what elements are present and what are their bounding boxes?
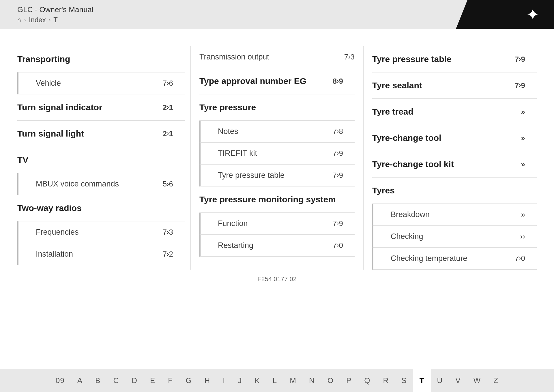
alphabet-bar[interactable]: 09 A B C D E F G H I J K L M N O P Q R S… <box>0 369 554 392</box>
section-transporting: Transporting <box>17 46 185 72</box>
section-tyre-pressure-table-label: Tyre pressure table <box>372 54 452 64</box>
section-tyre-pressure-label: Tyre pressure <box>199 102 256 112</box>
list-item[interactable]: Restarting 7›0 <box>199 235 355 257</box>
item-installation-label: Installation <box>36 250 73 259</box>
section-turn-signal-light: Turn signal light 2›1 <box>17 121 185 147</box>
breadcrumb-letter[interactable]: T <box>53 16 58 24</box>
item-transmission-label: Transmission output <box>199 53 269 61</box>
item-tyre-pressure-table-page: 7›9 <box>333 171 343 180</box>
alpha-G[interactable]: G <box>179 369 198 392</box>
alpha-P[interactable]: P <box>340 369 358 392</box>
section-type-approval-page: 8›9 <box>333 77 343 86</box>
section-tpms: Tyre pressure monitoring system <box>199 186 355 213</box>
section-tyre-pressure-table: Tyre pressure table 7›9 <box>372 46 537 72</box>
list-item[interactable]: Transmission output 7›3 <box>199 46 355 68</box>
mercedes-logo: ✦ <box>526 5 540 24</box>
item-installation-page: 7›2 <box>163 250 173 259</box>
list-item[interactable]: Function 7›9 <box>199 213 355 235</box>
list-item[interactable]: Notes 7›8 <box>199 121 355 143</box>
list-item[interactable]: Tyre pressure table 7›9 <box>199 165 355 186</box>
item-restarting-page: 7›0 <box>333 241 343 250</box>
item-transmission-page: 7›3 <box>344 53 355 61</box>
alpha-V[interactable]: V <box>449 369 467 392</box>
item-notes-label: Notes <box>218 127 238 136</box>
list-item[interactable]: MBUX voice commands 5›6 <box>17 173 185 195</box>
alpha-R[interactable]: R <box>377 369 395 392</box>
doc-footer: F254 0177 02 <box>17 270 537 312</box>
section-tyre-pressure: Tyre pressure <box>199 94 355 121</box>
alpha-Z[interactable]: Z <box>487 369 505 392</box>
alpha-C[interactable]: C <box>107 369 125 392</box>
alpha-M[interactable]: M <box>283 369 303 392</box>
item-checking-temperature-page: 7›0 <box>515 254 525 263</box>
item-mbux-label: MBUX voice commands <box>36 180 119 188</box>
section-tyre-sealant-label: Tyre sealant <box>372 81 422 90</box>
item-tirefit-page: 7›9 <box>333 149 343 158</box>
alpha-D[interactable]: D <box>125 369 144 392</box>
alpha-E[interactable]: E <box>144 369 162 392</box>
section-turn-signal-light-page: 2›1 <box>163 129 173 138</box>
list-item[interactable]: Installation 7›2 <box>17 243 185 265</box>
alpha-F[interactable]: F <box>162 369 179 392</box>
section-turn-signal-light-label: Turn signal light <box>17 129 84 139</box>
item-checking-page: › <box>520 232 525 241</box>
alpha-T[interactable]: T <box>413 369 431 392</box>
item-restarting-label: Restarting <box>218 241 253 250</box>
header: GLC - Owner's Manual ⌂ › Index › T ✦ <box>0 0 554 29</box>
list-item[interactable]: Vehicle 7›6 <box>17 72 185 94</box>
page-title: GLC - Owner's Manual <box>17 5 93 14</box>
item-function-label: Function <box>218 219 248 228</box>
list-item[interactable]: Breakdown <box>372 204 537 226</box>
section-tyre-change-tool-kit-page <box>521 160 525 169</box>
index-columns: Transporting Vehicle 7›6 Turn signal ind… <box>17 46 537 270</box>
section-tyre-sealant: Tyre sealant 7›9 <box>372 72 537 99</box>
section-type-approval: Type approval number EG 8›9 <box>199 68 355 94</box>
home-icon[interactable]: ⌂ <box>17 16 21 24</box>
column-1: Transporting Vehicle 7›6 Turn signal ind… <box>17 46 190 270</box>
item-vehicle-label: Vehicle <box>36 79 61 88</box>
alpha-K[interactable]: K <box>248 369 266 392</box>
item-frequencies-label: Frequencies <box>36 228 79 237</box>
item-breakdown-page <box>521 210 525 219</box>
alpha-U[interactable]: U <box>431 369 449 392</box>
list-item[interactable]: Checking temperature 7›0 <box>372 248 537 270</box>
breadcrumb: ⌂ › Index › T <box>17 16 93 24</box>
section-tyre-change-tool-kit-label: Tyre-change tool kit <box>372 159 454 169</box>
item-tirefit-label: TIREFIT kit <box>218 149 257 158</box>
alpha-B[interactable]: B <box>89 369 107 392</box>
list-item[interactable]: Checking › <box>372 226 537 248</box>
item-tyre-pressure-table-label: Tyre pressure table <box>218 171 285 180</box>
alpha-H[interactable]: H <box>198 369 216 392</box>
list-item[interactable]: Frequencies 7›3 <box>17 221 185 243</box>
item-breakdown-label: Breakdown <box>391 210 430 219</box>
alpha-O[interactable]: O <box>321 369 340 392</box>
alpha-A[interactable]: A <box>71 369 89 392</box>
section-tyre-change-tool-label: Tyre-change tool <box>372 133 441 143</box>
item-checking-label: Checking <box>391 232 423 241</box>
section-transporting-label: Transporting <box>17 54 70 64</box>
alpha-S[interactable]: S <box>395 369 413 392</box>
alpha-Q[interactable]: Q <box>358 369 377 392</box>
section-tyre-change-tool-page <box>521 134 525 143</box>
alpha-L[interactable]: L <box>266 369 283 392</box>
section-two-way-radios: Two-way radios <box>17 195 185 221</box>
alpha-09[interactable]: 09 <box>49 369 71 392</box>
breadcrumb-index[interactable]: Index <box>29 16 46 24</box>
column-3: Tyre pressure table 7›9 Tyre sealant 7›9… <box>364 46 537 270</box>
alpha-I[interactable]: I <box>216 369 231 392</box>
alpha-J[interactable]: J <box>232 369 248 392</box>
section-two-way-radios-label: Two-way radios <box>17 203 82 213</box>
section-tyre-change-tool: Tyre-change tool <box>372 125 537 151</box>
doc-number: F254 0177 02 <box>257 275 297 283</box>
column-2: Transmission output 7›3 Type approval nu… <box>190 46 364 270</box>
section-tv-label: TV <box>17 155 28 165</box>
section-tyre-tread: Tyre tread <box>372 99 537 125</box>
section-tpms-label: Tyre pressure monitoring system <box>199 195 336 204</box>
section-tv: TV <box>17 147 185 173</box>
alpha-N[interactable]: N <box>303 369 321 392</box>
list-item[interactable]: TIREFIT kit 7›9 <box>199 143 355 165</box>
alpha-W[interactable]: W <box>467 369 487 392</box>
section-type-approval-label: Type approval number EG <box>199 76 306 86</box>
section-turn-signal-indicator-page: 2›1 <box>163 103 173 112</box>
breadcrumb-sep-1: › <box>24 16 26 23</box>
